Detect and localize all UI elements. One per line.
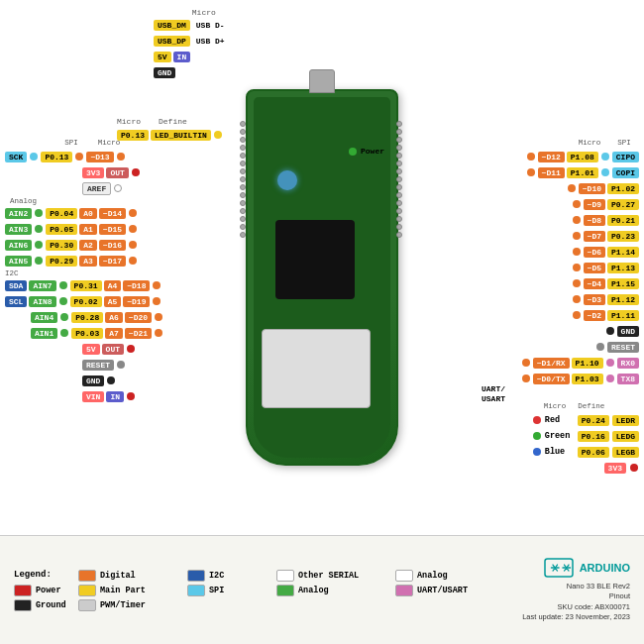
- scl-badge: SCL: [5, 296, 27, 307]
- pin-dot: [396, 176, 402, 182]
- pwm-legend-label: PWM/Timer: [100, 600, 146, 610]
- p113-badge: P1.13: [607, 263, 639, 273]
- p002-badge: P0.02: [70, 296, 102, 307]
- arduino-model-info: Nano 33 BLE Rev2 Pinout SKU code: ABX000…: [522, 582, 630, 623]
- bottom-right-leds: Micro Define Red P0.24 LEDR Green P0.16 …: [532, 402, 639, 476]
- ain7-dot: [59, 281, 67, 289]
- pin-dot: [240, 161, 246, 166]
- d6-row: ~D6 P1.14: [521, 244, 639, 260]
- ground-legend-label: Ground: [36, 600, 66, 610]
- p024-badge: P0.24: [578, 415, 609, 426]
- d21-badge: ~D21: [125, 328, 152, 339]
- d8-badge: ~D8: [584, 215, 605, 226]
- p016-badge: P0.16: [578, 431, 609, 442]
- uart-legend-label: UART/USART: [417, 586, 468, 595]
- d6-dot: [573, 248, 581, 256]
- d2-dot: [573, 311, 581, 319]
- ain3-dot: [35, 225, 43, 233]
- arduino-info-area: ARDUINO Nano 33 BLE Rev2 Pinout SKU code…: [522, 558, 630, 623]
- usb-dm-row: USB_DM USB D-: [154, 17, 225, 33]
- d8-dot: [573, 216, 581, 224]
- spi-legend: SPI: [187, 585, 267, 596]
- other-serial-legend-box: [276, 570, 294, 582]
- d7-badge: ~D7: [584, 231, 605, 242]
- gnd-right-badge: GND: [617, 326, 639, 337]
- main-part-legend-box: [78, 585, 96, 596]
- ain6-badge: AIN6: [5, 240, 32, 251]
- d3-dot: [573, 295, 581, 303]
- d10-row: ~D10 P1.02: [521, 180, 639, 196]
- gnd-row-top: GND: [154, 64, 225, 80]
- legend-title: Legend:: [14, 570, 68, 580]
- ledg-badge: LEDG: [612, 431, 639, 442]
- d12-row: ~D12 P1.08 CIPO: [521, 149, 639, 164]
- board-chip: [275, 220, 355, 299]
- ain2-badge: AIN2: [5, 208, 32, 219]
- d12-badge: ~D12: [538, 152, 565, 162]
- micro-col-header: Micro: [117, 117, 141, 126]
- pin-dot: [240, 153, 246, 159]
- d7-row: ~D7 P0.23: [521, 228, 639, 244]
- p111-badge: P1.11: [607, 310, 639, 321]
- d13-badge: ~D13: [86, 152, 113, 162]
- d10-badge: ~D10: [579, 183, 605, 194]
- reset-left-dot: [117, 361, 125, 369]
- board-led: [277, 170, 297, 190]
- pin-dot: [396, 208, 402, 214]
- uart-usart-label: UART/USART: [482, 384, 505, 405]
- pin-dot: [240, 121, 246, 127]
- pin-dot: [240, 145, 246, 151]
- vin-dot: [127, 392, 135, 400]
- d11-badge: ~D11: [538, 167, 565, 178]
- uart-legend-box: [395, 585, 413, 596]
- led-builtin-dot: [214, 131, 222, 139]
- in-badge: IN: [173, 52, 191, 62]
- usb-connector: [309, 69, 335, 93]
- a7-row: AIN1 P0.03 A7 ~D21: [31, 325, 163, 341]
- ain6-dot: [35, 241, 43, 249]
- pin-dot: [240, 200, 246, 206]
- d8-row: ~D8 P0.21: [521, 212, 639, 228]
- p023-badge: P0.23: [607, 231, 639, 242]
- d3-badge: ~D3: [584, 294, 605, 305]
- 5v-in-row: 5V IN: [154, 49, 225, 64]
- sda-badge: SDA: [5, 280, 27, 291]
- reset-right-badge: RESET: [607, 342, 639, 353]
- d15-dot: [129, 225, 137, 233]
- a1-badge: A1: [79, 224, 97, 235]
- vin-row: VIN IN: [82, 388, 163, 404]
- pin-dot: [396, 161, 402, 166]
- power-row: Power: [348, 147, 384, 156]
- a2-badge: A2: [79, 240, 97, 251]
- define-col-header: Define: [159, 117, 187, 126]
- d7-dot: [573, 232, 581, 240]
- d5-row: ~D5 P1.13: [521, 260, 639, 275]
- micro-col-header-right: Micro: [572, 139, 607, 147]
- p031-badge: P0.31: [70, 280, 102, 291]
- a6-row: AIN4 P0.28 A6 ~D20: [31, 309, 163, 325]
- reset-left-row: RESET: [82, 357, 163, 373]
- ain8-dot: [59, 297, 67, 305]
- blue-led-row: Blue P0.06 LEGB: [532, 444, 639, 460]
- a2-row: AIN6 P0.30 A2 ~D16: [5, 237, 163, 253]
- d13-dot: [75, 153, 83, 161]
- p029-badge: P0.29: [46, 256, 77, 267]
- legend-grid: Digital I2C Other SERIAL Analog Main Par…: [78, 570, 494, 611]
- pin-dot: [240, 176, 246, 182]
- gnd-label-top: GND: [154, 67, 175, 78]
- pin-dot: [396, 129, 402, 135]
- gnd-left-dot: [107, 376, 115, 384]
- legb-badge: LEGB: [612, 447, 639, 458]
- d16-dot: [129, 241, 137, 249]
- vin-badge: VIN: [82, 391, 104, 402]
- pin-header-left: [240, 121, 248, 238]
- green-led-row: Green P0.16 LEDG: [532, 428, 639, 444]
- pin-dot: [240, 192, 246, 198]
- pin-dot: [396, 224, 402, 230]
- 5v-out-badge: OUT: [102, 344, 124, 355]
- p005-badge: P0.05: [46, 224, 77, 235]
- 3v3-out-badge: OUT: [106, 167, 128, 178]
- d20-dot: [155, 313, 162, 321]
- d20-badge: ~D20: [125, 312, 152, 323]
- power-legend-box: [14, 585, 32, 596]
